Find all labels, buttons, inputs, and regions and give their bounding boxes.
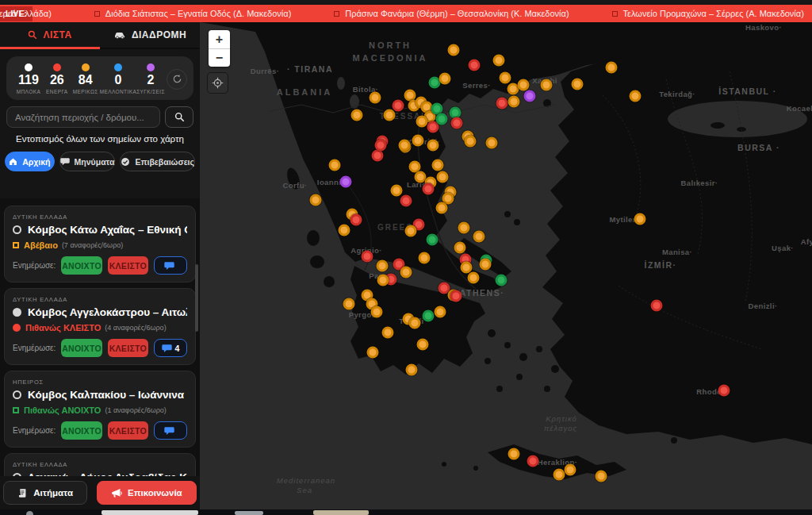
blockade-marker-r[interactable] <box>423 183 435 195</box>
blockade-marker-o[interactable] <box>377 275 389 286</box>
blockade-marker-o[interactable] <box>596 471 607 482</box>
blockade-marker-o[interactable] <box>606 62 618 74</box>
blockade-marker-o[interactable] <box>458 222 470 234</box>
blockade-marker-o[interactable] <box>439 73 451 85</box>
blockade-marker-o[interactable] <box>454 242 466 254</box>
blockade-marker-o[interactable] <box>508 96 520 108</box>
tab-list[interactable]: ΛΙΣΤΑ <box>0 22 100 48</box>
blockade-marker-r[interactable] <box>450 290 462 302</box>
blockade-marker-r[interactable] <box>350 214 362 226</box>
blockade-marker-o[interactable] <box>399 140 411 152</box>
report-open-button[interactable]: ΑΝΟΙΧΤΟ <box>61 256 102 275</box>
blockade-marker-o[interactable] <box>343 298 355 310</box>
blockade-marker-o[interactable] <box>409 317 421 329</box>
blockade-marker-o[interactable] <box>486 137 498 149</box>
tab-route[interactable]: ΔΙΑΔΡΟΜΗ <box>100 22 200 48</box>
blockade-marker-o[interactable] <box>553 469 565 481</box>
blockade-card[interactable]: ΔΥΤΙΚΗ ΕΛΛΑΔΑ Κόμβος Αγγελοκάστρου – Αιτ… <box>4 288 196 365</box>
blockade-marker-g[interactable] <box>436 113 448 125</box>
blockade-marker-o[interactable] <box>465 136 477 148</box>
blockade-marker-o[interactable] <box>508 448 520 460</box>
blockade-marker-o[interactable] <box>400 267 412 279</box>
blockade-marker-o[interactable] <box>412 135 424 147</box>
zoom-in-button[interactable]: + <box>209 30 230 48</box>
blockade-marker-r[interactable] <box>372 150 384 162</box>
blockade-marker-o[interactable] <box>370 92 381 104</box>
blockade-marker-o[interactable] <box>493 55 505 67</box>
blockade-marker-o[interactable] <box>436 202 448 214</box>
requests-button[interactable]: Αιτήματα <box>3 481 87 505</box>
blockade-marker-o[interactable] <box>382 327 394 339</box>
blockade-marker-p[interactable] <box>524 90 536 102</box>
blockade-marker-r[interactable] <box>375 140 387 152</box>
blockade-marker-r[interactable] <box>496 98 508 110</box>
blockade-marker-r[interactable] <box>527 455 539 467</box>
blockade-card[interactable]: ΔΥΤΙΚΗ ΕΛΛΑΔΑ Λεχαινά – Δήμος Ανδραβίδας… <box>4 453 196 476</box>
blockade-marker-o[interactable] <box>351 110 363 121</box>
report-closed-button[interactable]: ΚΛΕΙΣΤΟ <box>108 339 148 357</box>
blockade-marker-o[interactable] <box>435 306 446 318</box>
blockade-marker-o[interactable] <box>473 231 485 243</box>
sidebar-scrollbar-thumb[interactable] <box>195 264 198 332</box>
blockade-marker-r[interactable] <box>393 100 404 112</box>
blockade-marker-o[interactable] <box>406 364 418 376</box>
blockade-marker-o[interactable] <box>572 79 584 90</box>
blockade-marker-o[interactable] <box>371 306 383 318</box>
blockade-marker-r[interactable] <box>451 117 463 129</box>
blockade-marker-r[interactable] <box>718 385 730 397</box>
search-input[interactable] <box>6 106 160 128</box>
blockade-marker-g[interactable] <box>427 234 439 246</box>
report-open-button[interactable]: ΑΝΟΙΧΤΟ <box>61 421 102 440</box>
comments-button[interactable] <box>154 256 187 275</box>
blockade-marker-o[interactable] <box>432 159 444 171</box>
blockade-marker-p[interactable] <box>340 176 352 188</box>
blockade-marker-o[interactable] <box>417 339 429 351</box>
taskbar-sliver <box>0 509 812 515</box>
blockade-marker-o[interactable] <box>310 194 322 206</box>
blockade-marker-o[interactable] <box>384 110 396 121</box>
blockade-marker-r[interactable] <box>469 60 481 71</box>
nav-confirmations-button[interactable]: Επιβεβαιώσεις <box>120 152 195 171</box>
blockade-marker-r[interactable] <box>400 195 412 207</box>
blockade-marker-o[interactable] <box>416 116 428 128</box>
blockade-marker-r[interactable] <box>651 300 663 312</box>
locate-all-link[interactable]: Εντοπισμός όλων των σημείων στο χάρτη <box>0 134 200 144</box>
comments-button[interactable] <box>154 421 187 440</box>
blockade-marker-o[interactable] <box>565 464 576 476</box>
report-closed-button[interactable]: ΚΛΕΙΣΤΟ <box>108 421 148 440</box>
blockade-marker-o[interactable] <box>419 252 431 264</box>
locate-me-button[interactable] <box>207 72 228 94</box>
nav-messages-button[interactable]: Μηνύματα <box>59 152 116 171</box>
blockade-marker-o[interactable] <box>480 259 492 271</box>
blockade-marker-o[interactable] <box>367 347 379 359</box>
blockade-marker-o[interactable] <box>448 44 460 56</box>
blockade-marker-g[interactable] <box>496 275 508 286</box>
comments-button[interactable]: 4 <box>154 339 187 357</box>
blockade-marker-o[interactable] <box>405 225 417 237</box>
search-button[interactable] <box>165 106 193 128</box>
blockade-marker-r[interactable] <box>362 251 373 263</box>
nav-home-button[interactable]: Αρχική <box>5 152 55 171</box>
report-open-button[interactable]: ΑΝΟΙΧΤΟ <box>61 339 102 357</box>
blockade-marker-o[interactable] <box>518 79 530 91</box>
blockade-marker-o[interactable] <box>437 171 449 183</box>
contact-button[interactable]: Επικοινωνία <box>97 481 197 505</box>
map-canvas[interactable]: NORTHMACEDONIAALBANIAGREECE· TIRANAİSTAN… <box>200 22 812 515</box>
blockade-marker-o[interactable] <box>329 159 341 171</box>
blockade-marker-o[interactable] <box>634 213 646 225</box>
blockade-marker-o[interactable] <box>339 225 350 236</box>
blockade-marker-o[interactable] <box>468 272 480 284</box>
refresh-button[interactable] <box>167 69 187 90</box>
blockade-marker-o[interactable] <box>541 79 553 91</box>
blockade-marker-o[interactable] <box>427 140 439 152</box>
search-icon <box>174 112 185 122</box>
report-closed-button[interactable]: ΚΛΕΙΣΤΟ <box>108 256 148 275</box>
blockade-card[interactable]: ΗΠΕΙΡΟΣ Κόμβος Καλπακίου – Ιωάννινα Πιθα… <box>4 371 196 448</box>
blockade-marker-o[interactable] <box>630 90 642 102</box>
blockade-marker-g[interactable] <box>423 310 435 322</box>
zoom-out-button[interactable]: − <box>209 48 230 67</box>
blockade-marker-o[interactable] <box>391 185 403 197</box>
blockade-marker-o[interactable] <box>377 260 389 272</box>
blockade-marker-o[interactable] <box>500 72 511 84</box>
blockade-card[interactable]: ΔΥΤΙΚΗ ΕΛΛΑΔΑ Κόμβος Κάτω Αχαΐας – Εθνικ… <box>4 206 196 282</box>
